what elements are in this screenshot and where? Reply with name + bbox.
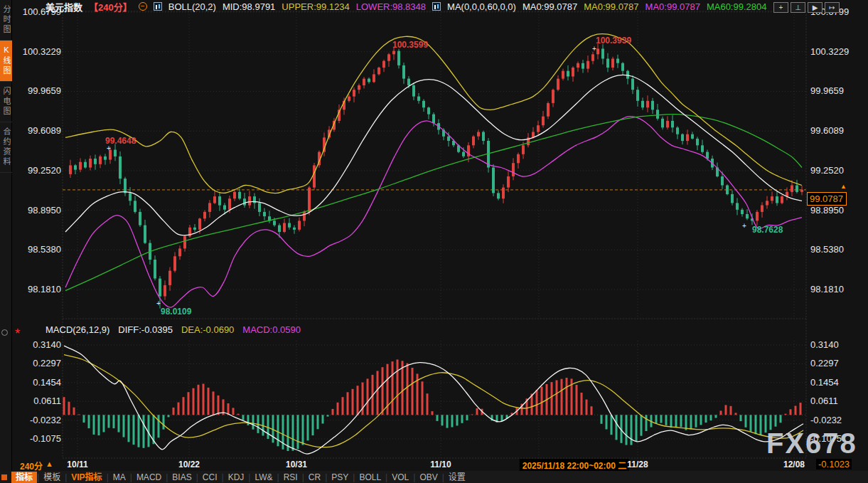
- ma-indicator-icon: [432, 2, 441, 11]
- toolbar-tab-BIAS[interactable]: BIAS: [168, 472, 195, 483]
- price-annotation: 100.3599: [392, 40, 428, 50]
- price-axis-label: 98.8950: [28, 205, 61, 216]
- sidebar-item-lightning-chart[interactable]: 闪电图: [0, 82, 12, 122]
- boll-name: BOLL(20,2): [168, 1, 216, 12]
- extreme-marker-icon: +: [742, 222, 746, 230]
- ma60-green-value: MA60:99.2804: [707, 1, 767, 12]
- macd-axis-label: 0.3140: [33, 339, 61, 350]
- date-tick-label: 11/28: [627, 460, 648, 469]
- bottom-toolbar: 指标|模板|VIP指标|MA|MACD|BIAS|CCI|KDJ|LW&|RSI…: [0, 471, 868, 483]
- play-forward-icon[interactable]: ▶: [808, 2, 823, 13]
- toolbar-tab-模板[interactable]: 模板: [39, 472, 65, 483]
- macd-axis-label: 0.0611: [33, 396, 61, 406]
- ma0-white-value: MA0:99.0787: [523, 1, 577, 12]
- date-tick-label: 11/10: [430, 460, 451, 469]
- extreme-marker-icon: +: [592, 45, 596, 53]
- extreme-marker-icon: +: [156, 299, 161, 307]
- toolbar-tab-LW&[interactable]: LW&: [250, 472, 277, 483]
- extreme-marker-icon: +: [107, 144, 111, 152]
- price-annotation: 98.0109: [161, 307, 191, 317]
- trading-app-window: 分时图 K线图 闪电图 合约资料 美元指数 【240分】 − BOLL(20,2…: [0, 0, 868, 483]
- macd-axis-label: -0.0232: [810, 415, 842, 425]
- sidebar-item-time-chart[interactable]: 分时图: [0, 0, 12, 41]
- crosshair-icon[interactable]: +: [773, 2, 788, 13]
- price-axis-label: 98.1810: [810, 284, 844, 294]
- macd-axis-label: 0.3140: [810, 339, 839, 350]
- date-tick-label: 10/31: [286, 460, 307, 469]
- price-up-arrow-icon: ▲: [840, 183, 847, 190]
- toolbar-tab-OBV[interactable]: OBV: [415, 472, 441, 483]
- price-axis-label: 99.6089: [810, 125, 844, 136]
- ma0-yellow-value: MA0:99.0787: [584, 1, 638, 12]
- period-dropdown-icon[interactable]: ▲: [45, 460, 53, 468]
- macd-dea-value: DEA:-0.0690: [181, 324, 234, 335]
- toolbar-tab-KDJ[interactable]: KDJ: [224, 472, 249, 483]
- sidebar-item-kline-chart[interactable]: K线图: [0, 41, 12, 82]
- toolbar-tab-MACD[interactable]: MACD: [132, 472, 166, 483]
- period-label[interactable]: 【240分】: [89, 0, 132, 14]
- toolbar-tab-VIP指标[interactable]: VIP指标: [67, 472, 106, 483]
- toolbar-tab-CCI[interactable]: CCI: [198, 472, 222, 483]
- boll-lower-value: LOWER:98.8348: [356, 1, 426, 12]
- ma-name: MA(0,0,0,60,0,0): [447, 1, 516, 12]
- toolbar-tab-指标[interactable]: 指标: [11, 472, 37, 483]
- goto-latest-icon[interactable]: ↦: [825, 2, 840, 13]
- indicator-header: 美元指数 【240分】 − BOLL(20,2) MID:98.9791 UPP…: [45, 1, 766, 12]
- collapse-icon[interactable]: −: [139, 2, 147, 11]
- date-tick-label: 12/08: [783, 460, 805, 469]
- price-axis-label: 98.5380: [810, 244, 844, 255]
- price-axis-label: 99.6089: [28, 125, 61, 136]
- macd-name: MACD(26,12,9): [45, 324, 109, 335]
- price-axis-label: 100.3229: [810, 46, 849, 57]
- kline-macd-chart[interactable]: [0, 0, 868, 483]
- price-axis-label: 99.9659: [28, 85, 61, 96]
- period-selector[interactable]: 240分: [20, 460, 43, 472]
- macd-macd-value: MACD:0.0590: [242, 324, 301, 335]
- last-price-badge: 99.0787: [807, 192, 847, 206]
- macd-alert-icon[interactable]: *: [15, 326, 20, 341]
- date-tick-label: 10/22: [178, 460, 200, 469]
- price-axis-label: 99.2520: [28, 165, 61, 176]
- date-tick-label: 10/11: [67, 460, 87, 469]
- price-axis-label: 99.9659: [810, 85, 844, 96]
- price-axis-label: 100.3229: [23, 46, 61, 57]
- macd-diff-value: DIFF:-0.0395: [118, 324, 173, 335]
- macd-header: MACD(26,12,9) DIFF:-0.0395 DEA:-0.0690 M…: [45, 324, 301, 335]
- toolbar-tab-CR[interactable]: CR: [304, 472, 325, 483]
- macd-last-value-badge: -0.1023: [816, 459, 852, 469]
- macd-axis-label: 0.1454: [810, 377, 839, 388]
- toolbar-tab-RSI[interactable]: RSI: [279, 472, 302, 483]
- macd-axis-label: 0.2297: [810, 358, 839, 368]
- sidebar-item-contract-info[interactable]: 合约资料: [0, 122, 12, 173]
- price-axis-label: 99.2520: [810, 165, 844, 176]
- toolbar-tab-VOL[interactable]: VOL: [387, 472, 413, 483]
- price-axis-label: 98.8950: [810, 205, 844, 216]
- price-annotation: 98.7628: [752, 225, 783, 235]
- watermark: FX678: [766, 428, 857, 460]
- macd-axis-label: -0.0232: [30, 415, 61, 425]
- price-annotation: 100.3939: [596, 36, 631, 46]
- macd-axis-label: 0.0611: [810, 396, 838, 406]
- toolbar-tab-设置[interactable]: 设置: [444, 472, 470, 483]
- boll-indicator-icon: [154, 2, 162, 11]
- symbol-name: 美元指数: [45, 0, 82, 14]
- price-axis-label: 98.1810: [28, 284, 61, 294]
- boll-mid-value: MID:98.9791: [223, 1, 275, 12]
- chart-tool-icons: +⊥▶↦: [773, 2, 840, 13]
- macd-axis-label: -0.1075: [30, 433, 61, 444]
- macd-axis-label: 0.1454: [33, 377, 61, 388]
- toolbar-corner-icon[interactable]: [1, 474, 7, 480]
- price-axis-label: 98.5380: [28, 244, 61, 255]
- boll-upper-value: UPPER:99.1234: [282, 1, 349, 12]
- toolbar-tab-MA[interactable]: MA: [109, 472, 130, 483]
- pane-toggle-icon[interactable]: [1, 329, 8, 336]
- ma0-magenta-value: MA0:99.0787: [645, 1, 700, 12]
- toolbar-tab-BOLL[interactable]: BOLL: [355, 472, 385, 483]
- macd-axis-label: 0.2297: [33, 358, 61, 368]
- toolbar-tab-PSY[interactable]: PSY: [327, 472, 353, 483]
- chart-type-sidebar: 分时图 K线图 闪电图 合约资料: [0, 0, 12, 471]
- time-axis: 240分 ▲ 2025/11/18 22:00~02:00 二 10/1110/…: [0, 458, 868, 471]
- axis-scale-icon[interactable]: ⊥: [791, 2, 805, 13]
